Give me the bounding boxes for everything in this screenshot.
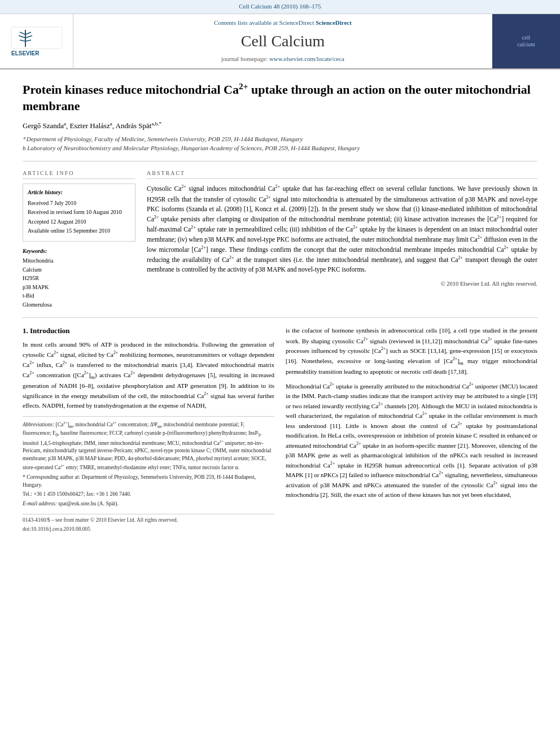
intro-para3: Mitochondrial Ca2+ uptake is generally a… (286, 381, 537, 500)
page-footer: 0143-4160/$ – see front matter © 2010 El… (23, 514, 274, 525)
divider-1 (23, 161, 537, 161)
article-title: Protein kinases reduce mitochondrial Ca2… (23, 81, 537, 115)
intro-title: 1. Introduction (23, 326, 274, 337)
top-bar: Cell Calcium 48 (2010) 168–175 (0, 0, 560, 14)
abstract-header: ABSTRACT (147, 169, 537, 180)
footer-left: 0143-4160/$ – see front matter © 2010 El… (23, 517, 178, 525)
received-date: Received 7 July 2010 (28, 199, 130, 208)
revised-date: Received in revised form 10 August 2010 (28, 208, 130, 217)
keywords-block: Keywords: Mitochondria Calcium H295R p38… (23, 247, 135, 309)
journal-logo-box: cell calcium (492, 14, 560, 68)
accepted-date: Accepted 12 August 2010 (28, 218, 130, 226)
publisher-logo-area: ELSEVIER (0, 14, 73, 68)
svg-rect-0 (11, 27, 62, 49)
article-meta-section: ARTICLE INFO Article history: Received 7… (23, 169, 537, 310)
journal-logo-line2: calcium (517, 41, 535, 48)
journal-title-area: Contents lists available at ScienceDirec… (73, 14, 492, 68)
article-info-col: ARTICLE INFO Article history: Received 7… (23, 169, 135, 310)
keyword-5: t-Bid (23, 292, 135, 300)
journal-header: ELSEVIER Contents lists available at Sci… (0, 14, 560, 69)
copyright-text: © 2010 Elsevier Ltd. All rights reserved… (147, 279, 537, 288)
affiliation-1: ᵃ Department of Physiology, Faculty of M… (23, 135, 537, 144)
affiliation-2: b Laboratory of Neurobiochemistry and Mo… (23, 144, 537, 153)
abstract-text: Cytosolic Ca2+ signal induces mitochondr… (147, 184, 537, 274)
corresponding-note: * Corresponding author at: Department of… (23, 474, 274, 490)
footnotes-area: Abbreviations: [Ca2+]m, mitochondrial Ca… (23, 416, 274, 508)
elsevier-logo-icon: ELSEVIER (8, 24, 65, 58)
doi-line: doi:10.1016/j.ceca.2010.08.005 (23, 526, 274, 534)
sciencedirect-text: Contents lists available at ScienceDirec… (79, 19, 487, 28)
keywords-label: Keywords: (23, 247, 135, 256)
journal-homepage: journal homepage: www.elsevier.com/locat… (79, 55, 487, 64)
body-left-col: 1. Introduction In most cells around 90%… (23, 326, 274, 533)
abstract-col: ABSTRACT Cytosolic Ca2+ signal induces m… (147, 169, 537, 310)
abbreviations-note: Abbreviations: [Ca2+]m, mitochondrial Ca… (23, 420, 274, 472)
intro-para1: In most cells around 90% of ATP is produ… (23, 340, 274, 410)
tel-note: Tel.: +36 1 459 1500x60427; fax: +36 1 2… (23, 491, 274, 499)
journal-logo-line1: cell (522, 34, 530, 41)
online-date: Available online 15 September 2010 (28, 227, 130, 235)
svg-text:ELSEVIER: ELSEVIER (11, 50, 40, 56)
affiliations: ᵃ Department of Physiology, Faculty of M… (23, 135, 537, 153)
intro-para2: is the cofactor of hormone synthesis in … (286, 326, 537, 377)
keyword-4: p38 MAPK (23, 283, 135, 292)
authors: Gergő Szandaa, Eszter Halásza, András Sp… (23, 120, 537, 132)
journal-name: Cell Calcium (79, 30, 487, 53)
divider-2 (23, 317, 537, 318)
email-note: E-mail address: spat@eok.sote.hu (A. Spä… (23, 500, 274, 508)
keyword-1: Mitochondria (23, 257, 135, 265)
article-info-header: ARTICLE INFO (23, 169, 135, 180)
keyword-2: Calcium (23, 266, 135, 274)
journal-url[interactable]: www.elsevier.com/locate/ceca (269, 55, 344, 62)
citation-text: Cell Calcium 48 (2010) 168–175 (239, 3, 321, 10)
main-body: 1. Introduction In most cells around 90%… (23, 326, 537, 533)
keyword-6: Glomerulosa (23, 301, 135, 309)
history-label: Article history: (28, 189, 130, 197)
body-right-col: is the cofactor of hormone synthesis in … (286, 326, 537, 533)
keyword-3: H295R (23, 274, 135, 283)
article-content: Protein kinases reduce mitochondrial Ca2… (0, 69, 560, 544)
article-history-block: Article history: Received 7 July 2010 Re… (23, 184, 135, 242)
